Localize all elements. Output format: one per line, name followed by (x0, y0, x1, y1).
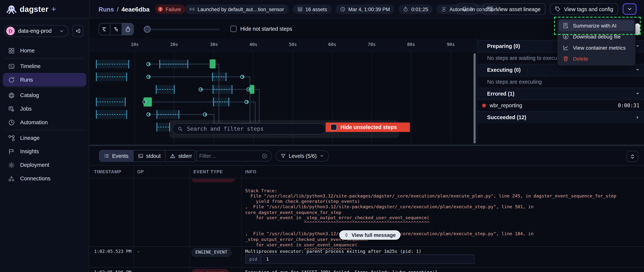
tab-stderr[interactable]: stderr (166, 150, 196, 161)
view-asset-lineage-label: View asset lineage (496, 6, 540, 12)
expand-log-panel-button[interactable] (626, 151, 638, 162)
tab-events[interactable]: Events (99, 150, 133, 161)
metadata-value: 1 (261, 255, 269, 263)
sidebar: D data-eng-prod HomeTimelineRunsCatalogJ… (0, 18, 89, 272)
sidebar-collapse-button[interactable] (72, 25, 84, 37)
menu-item-view-container-metrics[interactable]: View container metrics (559, 42, 634, 53)
event-timestamp: 1:02:05.523 PM (94, 249, 132, 254)
summarize-icon (563, 22, 569, 29)
gantt-vertical-scrollbar[interactable] (473, 53, 476, 143)
sidebar-item-deployment[interactable]: Deployment (0, 158, 89, 172)
chevron-down-icon (627, 6, 632, 12)
clear-filter-icon[interactable] (262, 153, 268, 159)
sidebar-item-runs[interactable]: Runs (3, 73, 86, 86)
sidebar-item-insights[interactable]: Insights (0, 145, 89, 158)
event-type-badge: RUN_FAILURE (191, 269, 229, 272)
timeline-icon (8, 63, 15, 69)
view-asset-lineage-button[interactable]: View asset lineage (482, 3, 546, 15)
sidebar-divider (5, 87, 84, 88)
hide-unselected-label: Hide unselected steps (340, 124, 397, 130)
sidebar-item-jobs[interactable]: Jobs (0, 102, 89, 116)
menu-item-download-debug-file[interactable]: Download debug file (559, 31, 634, 42)
gantt-flat-view-button[interactable] (99, 23, 110, 35)
more-actions-button[interactable] (622, 3, 636, 15)
col-op: OP (137, 169, 144, 174)
event-timestamp: 1:02:05.596 PM (94, 270, 132, 272)
hide-not-started-control: Hide not started steps (230, 26, 292, 32)
breadcrumb-runs-link[interactable]: Runs (98, 6, 114, 13)
chevron-down-icon (320, 154, 324, 158)
step-search-overlay: Hide unselected steps (169, 120, 399, 138)
hide-unselected-checkbox[interactable] (330, 124, 337, 130)
lineage-icon (487, 6, 493, 12)
gantt-zoom-slider[interactable] (144, 28, 220, 30)
brand[interactable]: dagster + (6, 0, 56, 18)
panel-section-errored[interactable]: Errored (1) (477, 88, 644, 100)
hide-not-started-label: Hide not started steps (240, 26, 292, 32)
notifications-button[interactable]: 0 (456, 3, 478, 15)
event-info: Multiprocess executor: parent process ex… (245, 249, 422, 254)
metrics-icon (563, 45, 569, 51)
download-icon (563, 34, 569, 40)
menu-item-summarize-with-ai[interactable]: Summarize with AI (559, 20, 634, 31)
step-search-input[interactable] (186, 125, 320, 133)
sidebar-item-timeline[interactable]: Timeline (0, 59, 89, 73)
hide-unselected-flash: Hide unselected steps (326, 123, 410, 132)
events-filter-field[interactable] (194, 150, 272, 161)
events-toolbar: Eventsstdoutstderr Levels (5/6) (89, 145, 644, 165)
insights-icon (8, 148, 15, 155)
topbar: dagster + Runs / 4eae6dba Failure Launch… (0, 0, 644, 18)
view-tags-config-button[interactable]: View tags and config (550, 3, 618, 15)
run-tag-badges: Launched by default_aut…tion_sensor16 as… (185, 4, 501, 14)
sidebar-item-automation[interactable]: Automation (0, 116, 89, 129)
brand-name: dagster (20, 5, 48, 13)
caret-down-icon (636, 92, 640, 96)
stopwatch-icon (403, 6, 408, 12)
deployment-icon (8, 162, 15, 168)
gantt-horizontal-scrollbar[interactable] (89, 144, 644, 145)
step-search-field[interactable] (172, 123, 326, 135)
view-tags-config-label: View tags and config (564, 6, 613, 12)
events-table: TIMESTAMP OP EVENT TYPE INFO Stack Trace… (89, 165, 644, 272)
col-info: INFO (245, 169, 256, 174)
gantt-timed-view-button[interactable] (122, 23, 134, 35)
caret-right-icon (636, 116, 640, 119)
jobs-icon (8, 106, 15, 112)
deployment-avatar: D (6, 27, 15, 35)
events-filter-input[interactable] (198, 152, 258, 159)
panel-step-wbr_reporting[interactable]: wbr_reporting0:00:31 (477, 99, 644, 111)
chevron-down-icon (59, 28, 64, 33)
row-divider (89, 246, 644, 247)
dagster-logo-icon (6, 4, 17, 14)
breadcrumb-run-id: 4eae6dba (122, 6, 150, 13)
run-actions-menu: Summarize with AIDownload debug fileView… (557, 19, 636, 65)
expand-updown-icon (630, 153, 635, 159)
topbar-divider (89, 0, 90, 18)
gantt-zoom-slider-thumb[interactable] (635, 23, 640, 35)
slider-thumb[interactable] (144, 26, 150, 32)
levels-dropdown[interactable]: Levels (5/6) (276, 150, 329, 161)
brand-plus: + (52, 4, 56, 14)
events-table-header: TIMESTAMP OP EVENT TYPE INFO (89, 165, 644, 178)
sidebar-item-catalog[interactable]: Catalog (0, 89, 89, 102)
bell-icon (462, 6, 467, 12)
panel-section-succeeded[interactable]: Succeeded (12) (477, 111, 644, 123)
lineage-icon (8, 135, 15, 141)
sidebar-item-connections[interactable]: Connections (0, 172, 89, 185)
trash-icon (563, 56, 569, 62)
col-timestamp: TIMESTAMP (94, 169, 121, 174)
event-type-badge: ENGINE_EVENT (191, 248, 232, 257)
events-tabs: Eventsstdoutstderr (99, 150, 197, 162)
breadcrumb: Runs / 4eae6dba (98, 0, 150, 18)
view-full-message-button[interactable]: View full message (339, 230, 401, 240)
caret-down-icon (636, 44, 640, 48)
hide-not-started-checkbox[interactable] (230, 26, 237, 32)
gantt-waterfall-view-button[interactable] (110, 23, 122, 35)
menu-item-delete[interactable]: Delete (559, 53, 634, 65)
sidebar-item-lineage[interactable]: Lineage (0, 131, 89, 145)
sidebar-item-home[interactable]: Home (0, 44, 89, 57)
runs-icon (8, 76, 15, 83)
step-status-dot (482, 104, 486, 108)
tab-stdout[interactable]: stdout (134, 150, 166, 161)
deployment-selector[interactable]: D data-eng-prod (4, 25, 68, 37)
